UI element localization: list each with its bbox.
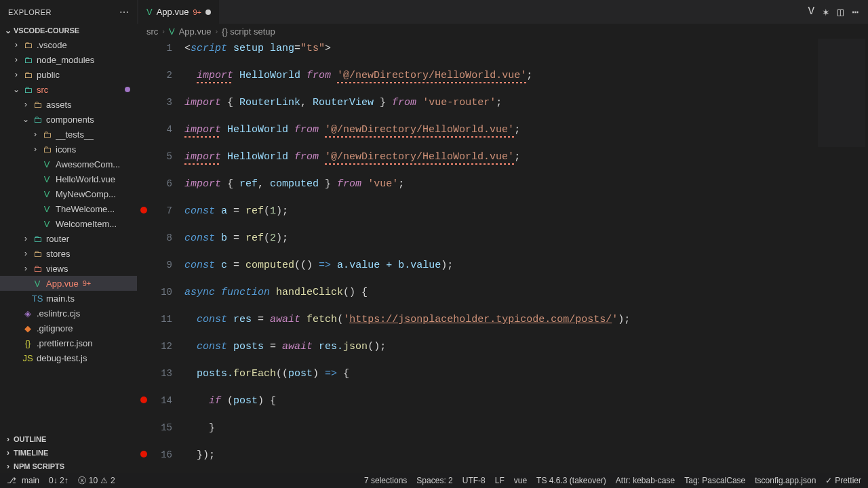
- folder-src[interactable]: ⌄🗀src: [0, 82, 137, 97]
- folder-assets[interactable]: ›🗀assets: [0, 97, 137, 112]
- file-eslintrc[interactable]: ◈.eslintrc.cjs: [0, 306, 137, 321]
- explorer-sidebar: EXPLORER ⋯ ⌄ VSCODE-COURSE ›🗀.vscode ›🗀n…: [0, 0, 137, 473]
- status-bar: main 0↓ 2↑ ⓧ 10 ⚠ 2 7 selections Spaces:…: [0, 473, 868, 488]
- language-indicator[interactable]: vue: [514, 476, 527, 485]
- explorer-title: EXPLORER: [8, 8, 52, 16]
- file-gitignore[interactable]: ◆.gitignore: [0, 321, 137, 336]
- vue-preview-icon[interactable]: ✶: [823, 5, 829, 19]
- git-branch-indicator[interactable]: main: [7, 476, 39, 485]
- tab-bar: V App.vue 9+ V ✶ ◫ ⋯: [137, 0, 868, 24]
- explorer-menu-icon[interactable]: ⋯: [119, 7, 129, 18]
- vue-icon: V: [169, 26, 175, 37]
- folder-icons[interactable]: ›🗀icons: [0, 142, 137, 157]
- prettier-indicator[interactable]: ✓ Prettier: [825, 476, 861, 485]
- breadcrumb[interactable]: src › V App.vue › {} script setup: [137, 24, 868, 39]
- typescript-indicator[interactable]: TS 4.6.3 (takeover): [536, 476, 606, 485]
- folder-public[interactable]: ›🗀public: [0, 67, 137, 82]
- split-editor-icon[interactable]: ◫: [837, 5, 844, 19]
- folder-tests[interactable]: ›🗀__tests__: [0, 127, 137, 142]
- file-awesome-component[interactable]: VAwesomeCom...: [0, 157, 137, 171]
- file-debug-test[interactable]: JSdebug-test.js: [0, 350, 137, 365]
- vue-icon: V: [146, 7, 153, 17]
- timeline-section-header[interactable]: ›TIMELINE: [0, 446, 137, 460]
- breakpoint-marker[interactable]: [140, 396, 147, 403]
- folder-views[interactable]: ›🗀views: [0, 261, 137, 276]
- file-tree: ›🗀.vscode ›🗀node_modules ›🗀public ⌄🗀src …: [0, 37, 137, 432]
- file-prettierrc[interactable]: {}.prettierrc.json: [0, 336, 137, 350]
- npm-section-header[interactable]: ›NPM SCRIPTS: [0, 460, 137, 473]
- tab-app-vue[interactable]: V App.vue 9+: [138, 0, 219, 24]
- eol-indicator[interactable]: LF: [495, 476, 505, 485]
- selection-indicator[interactable]: 7 selections: [364, 476, 407, 485]
- gutter: 1 2 3 4 5 6 7 8 9 10 11 12 13 14 15 16: [137, 39, 184, 473]
- minimap[interactable]: [818, 39, 865, 147]
- breakpoint-marker[interactable]: [140, 207, 147, 214]
- code-editor[interactable]: 1 2 3 4 5 6 7 8 9 10 11 12 13 14 15 16 <…: [137, 39, 868, 473]
- file-main-ts[interactable]: TSmain.ts: [0, 291, 137, 306]
- folder-vscode[interactable]: ›🗀.vscode: [0, 37, 137, 52]
- editor-area: V App.vue 9+ V ✶ ◫ ⋯ src › V App.vue › {…: [137, 0, 868, 473]
- folder-node-modules[interactable]: ›🗀node_modules: [0, 52, 137, 67]
- dirty-indicator-icon: [205, 9, 211, 15]
- project-section-header[interactable]: ⌄ VSCODE-COURSE: [0, 24, 137, 37]
- git-sync-indicator[interactable]: 0↓ 2↑: [49, 476, 68, 485]
- file-welcomeitem[interactable]: VWelcomeItem...: [0, 216, 137, 231]
- chevron-down-icon: ⌄: [3, 26, 14, 35]
- folder-router[interactable]: ›🗀router: [0, 231, 137, 246]
- errors-indicator[interactable]: ⓧ 10 ⚠ 2: [78, 475, 115, 487]
- vue-tools-icon[interactable]: V: [808, 5, 814, 19]
- outline-section-header[interactable]: ›OUTLINE: [0, 432, 137, 446]
- file-mynewcomp[interactable]: VMyNewComp...: [0, 186, 137, 201]
- more-actions-icon[interactable]: ⋯: [852, 5, 859, 19]
- git-modified-marker: [125, 87, 130, 92]
- file-app-vue[interactable]: VApp.vue9+: [0, 276, 137, 291]
- code-content[interactable]: <script setup lang="ts"> import HelloWor…: [184, 39, 868, 473]
- tag-case-indicator[interactable]: Tag: PascalCase: [684, 476, 745, 485]
- breakpoint-marker[interactable]: [140, 451, 147, 458]
- folder-components[interactable]: ⌄🗀components: [0, 112, 137, 127]
- tsconfig-indicator[interactable]: tsconfig.app.json: [755, 476, 816, 485]
- attr-case-indicator[interactable]: Attr: kebab-case: [616, 476, 675, 485]
- file-helloworld[interactable]: VHelloWorld.vue: [0, 171, 137, 186]
- encoding-indicator[interactable]: UTF-8: [462, 476, 486, 485]
- folder-stores[interactable]: ›🗀stores: [0, 246, 137, 261]
- indent-indicator[interactable]: Spaces: 2: [416, 476, 452, 485]
- file-thewelcome[interactable]: VTheWelcome...: [0, 201, 137, 216]
